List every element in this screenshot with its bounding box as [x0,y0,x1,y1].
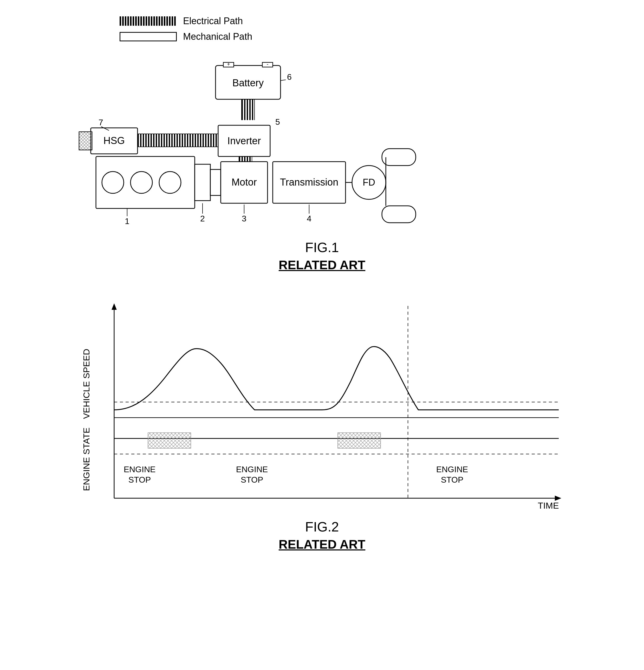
svg-point-27 [102,172,124,193]
svg-rect-31 [210,170,221,196]
svg-marker-62 [555,496,561,501]
svg-marker-59 [111,303,117,310]
svg-text:HSG: HSG [103,135,124,146]
mechanical-label: Mechanical Path [183,31,252,42]
svg-text:7: 7 [98,118,103,127]
svg-text:VEHICLE SPEED: VEHICLE SPEED [81,349,91,419]
legend-electrical: Electrical Path [120,16,623,27]
legend: Electrical Path Mechanical Path [120,16,623,42]
svg-rect-30 [195,164,210,201]
fig1-related-art: RELATED ART [279,258,365,272]
svg-point-28 [131,172,152,193]
fig1-label: FIG.1 [305,240,339,255]
svg-text:Transmission: Transmission [280,177,338,188]
svg-text:3: 3 [242,214,247,223]
svg-text:FD: FD [363,177,375,188]
svg-text:2: 2 [200,214,205,223]
svg-text:-: - [266,61,268,67]
svg-text:4: 4 [307,214,312,223]
mechanical-path-icon [120,32,177,41]
svg-line-10 [280,80,286,81]
svg-text:ENGINE: ENGINE [123,465,156,474]
electrical-path-icon [120,16,177,26]
fig2-related-art: RELATED ART [279,537,365,551]
svg-rect-68 [338,433,381,448]
fig1-diagram: Battery + - 6 HSG Inverter 5 [75,58,569,234]
svg-text:6: 6 [287,72,292,82]
fig1-container: Battery + - 6 HSG Inverter 5 [21,58,623,288]
svg-text:ENGINE STATE: ENGINE STATE [81,428,91,491]
svg-text:5: 5 [275,117,280,126]
svg-text:ENGINE: ENGINE [436,465,468,474]
svg-rect-20 [137,134,218,147]
electrical-label: Electrical Path [183,16,243,27]
svg-text:ENGINE: ENGINE [236,465,268,474]
svg-text:STOP: STOP [240,475,263,484]
svg-text:+: + [227,61,230,67]
svg-rect-16 [79,132,92,150]
svg-point-29 [159,172,181,193]
svg-text:1: 1 [125,216,130,226]
svg-text:STOP: STOP [128,475,151,484]
fig2-diagram: VEHICLE SPEED ENGINE STATE TIME [75,301,569,514]
legend-mechanical: Mechanical Path [120,31,623,42]
svg-rect-38 [382,149,416,165]
svg-rect-11 [241,99,254,120]
svg-text:Motor: Motor [232,177,257,188]
svg-text:STOP: STOP [441,475,463,484]
svg-rect-39 [382,206,416,223]
svg-text:TIME: TIME [538,500,559,510]
svg-rect-67 [148,433,191,448]
fig2-label: FIG.2 [305,519,339,535]
page: Electrical Path Mechanical Path Battery [0,0,644,596]
svg-text:Battery: Battery [232,78,263,88]
svg-text:Inverter: Inverter [227,135,261,146]
fig2-container: VEHICLE SPEED ENGINE STATE TIME [21,301,623,567]
